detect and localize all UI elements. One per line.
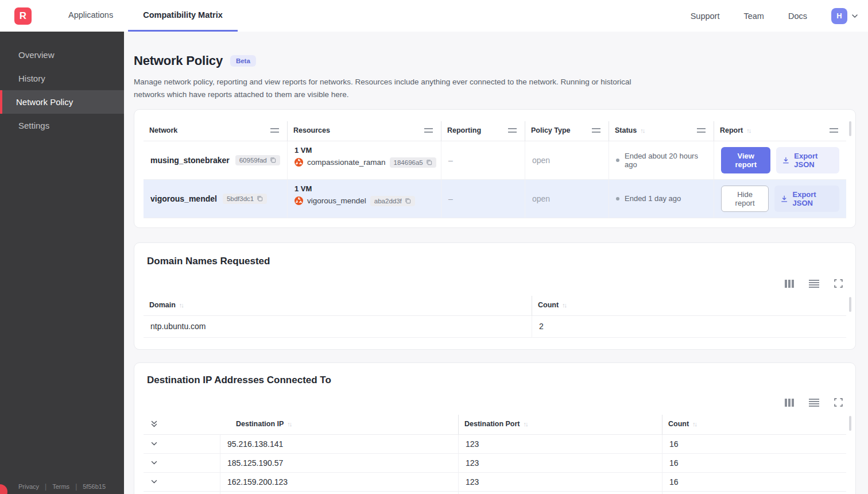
column-drag-handle-icon[interactable] <box>592 128 600 133</box>
column-header-destination-ip: Destination IP ↑↓ <box>220 415 458 435</box>
column-header-status: Status ↑↓ <box>609 121 714 141</box>
policy-type-cell: open <box>525 141 609 180</box>
column-drag-handle-icon[interactable] <box>508 128 517 133</box>
export-json-button[interactable]: Export JSON <box>774 186 839 212</box>
destination-port-cell: 123 <box>458 454 662 473</box>
count-cell: 16 <box>662 473 846 492</box>
table-scrollbar[interactable] <box>849 416 851 431</box>
resource-name: compassionate_raman <box>307 158 386 167</box>
destination-ip-cell: 185.125.190.57 <box>220 454 458 473</box>
caret-down-icon[interactable] <box>851 12 859 20</box>
destinations-card: Destination IP Addresses Connected To De… <box>134 362 856 494</box>
sidebar-item-overview[interactable]: Overview <box>0 43 124 67</box>
sort-icon[interactable]: ↑↓ <box>640 127 644 134</box>
table-scrollbar[interactable] <box>849 297 851 312</box>
app-logo[interactable]: R <box>14 7 32 25</box>
tab-compatibility-matrix[interactable]: Compatibility Matrix <box>128 0 238 32</box>
footer-divider: | <box>75 483 77 491</box>
copy-icon[interactable] <box>405 198 411 204</box>
copy-icon[interactable] <box>270 157 276 163</box>
status-dot <box>616 197 619 200</box>
hide-report-button[interactable]: Hide report <box>721 186 769 212</box>
nav-link-support[interactable]: Support <box>691 11 720 21</box>
double-chevron-down-icon[interactable] <box>150 420 158 428</box>
column-drag-handle-icon[interactable] <box>830 128 838 133</box>
top-navigation: R Applications Compatibility Matrix Supp… <box>0 0 868 32</box>
card-title: Domain Names Requested <box>147 256 846 267</box>
expand-icon[interactable] <box>834 398 843 407</box>
row-expander[interactable] <box>144 492 220 494</box>
ubuntu-icon <box>294 158 303 167</box>
resource-count: 1 VM <box>294 184 312 193</box>
download-icon <box>781 195 788 203</box>
expand-all-header <box>144 415 220 435</box>
tab-applications[interactable]: Applications <box>53 0 128 32</box>
status-cell: Ended 1 day ago <box>609 180 714 218</box>
column-header-policy-type: Policy Type <box>525 121 609 141</box>
columns-icon[interactable] <box>785 399 794 407</box>
domains-card: Domain Names Requested Domain ↑↓ Count ↑… <box>134 242 856 350</box>
nav-right: Support Team Docs H <box>691 0 859 32</box>
table-toolbar <box>147 279 843 289</box>
domain-cell: ntp.ubuntu.com <box>144 316 532 338</box>
row-expander[interactable] <box>144 473 220 492</box>
expand-icon[interactable] <box>834 279 843 288</box>
resource-count: 1 VM <box>294 146 312 155</box>
policy-type-cell: open <box>525 180 609 218</box>
destination-ip-cell: 162.159.200.123 <box>220 473 458 492</box>
network-id-badge[interactable]: 5bdf3dc1 <box>223 194 267 204</box>
sort-icon[interactable]: ↑↓ <box>692 420 696 427</box>
status-dot <box>616 159 619 162</box>
terms-link[interactable]: Terms <box>52 483 69 490</box>
chevron-down-icon[interactable] <box>150 440 158 447</box>
reporting-cell: – <box>441 141 525 180</box>
rows-icon[interactable] <box>809 279 819 289</box>
privacy-link[interactable]: Privacy <box>18 483 39 490</box>
column-drag-handle-icon[interactable] <box>270 128 279 133</box>
card-title: Destination IP Addresses Connected To <box>147 375 846 386</box>
table-toolbar <box>147 397 843 408</box>
row-expander[interactable] <box>144 454 220 473</box>
sidebar-item-network-policy[interactable]: Network Policy <box>0 90 124 114</box>
page-title: Network Policy <box>134 53 223 68</box>
nav-link-team[interactable]: Team <box>743 11 764 21</box>
sidebar-item-settings[interactable]: Settings <box>0 114 124 137</box>
sort-icon[interactable]: ↑↓ <box>562 302 566 308</box>
sort-icon[interactable]: ↑↓ <box>287 420 291 427</box>
export-json-button[interactable]: Export JSON <box>776 147 839 173</box>
resource-name: vigorous_mendel <box>307 196 366 205</box>
network-cell: musing_stonebraker 60959fad <box>144 141 287 180</box>
row-expander[interactable] <box>144 435 220 454</box>
nav-link-docs[interactable]: Docs <box>788 11 807 21</box>
chevron-down-icon[interactable] <box>150 459 158 466</box>
table-scrollbar[interactable] <box>849 121 851 136</box>
network-id-badge[interactable]: 60959fad <box>235 155 280 165</box>
user-menu[interactable]: H <box>831 8 859 24</box>
column-header-report: Report ↑↓ <box>714 121 846 141</box>
column-header-count: Count ↑↓ <box>532 296 846 316</box>
sidebar: Overview History Network Policy Settings… <box>0 32 124 494</box>
copy-icon[interactable] <box>257 195 263 202</box>
avatar[interactable]: H <box>831 8 847 24</box>
count-cell: 16 <box>662 454 846 473</box>
column-drag-handle-icon[interactable] <box>697 128 706 133</box>
sidebar-item-history[interactable]: History <box>0 67 124 90</box>
copy-icon[interactable] <box>426 159 432 165</box>
network-name: musing_stonebraker <box>150 156 230 165</box>
view-report-button[interactable]: View report <box>721 147 770 173</box>
resource-id-badge[interactable]: 184696a5 <box>390 157 436 168</box>
chevron-down-icon[interactable] <box>150 478 158 485</box>
columns-icon[interactable] <box>785 280 794 288</box>
column-header-reporting: Reporting <box>441 121 525 141</box>
column-drag-handle-icon[interactable] <box>424 128 433 133</box>
sort-icon[interactable]: ↑↓ <box>746 127 750 134</box>
destination-port-cell: 123 <box>458 435 662 454</box>
network-cell: vigorous_mendel 5bdf3dc1 <box>144 180 287 218</box>
resource-id-badge[interactable]: aba2dd3f <box>370 196 415 206</box>
rows-icon[interactable] <box>809 397 819 408</box>
sort-icon[interactable]: ↑↓ <box>179 302 183 308</box>
report-cell: View report Export JSON <box>714 141 846 180</box>
sort-icon[interactable]: ↑↓ <box>524 420 528 427</box>
page-description: Manage network policy, reporting and vie… <box>134 76 653 101</box>
report-cell: Hide report Export JSON <box>714 180 846 218</box>
